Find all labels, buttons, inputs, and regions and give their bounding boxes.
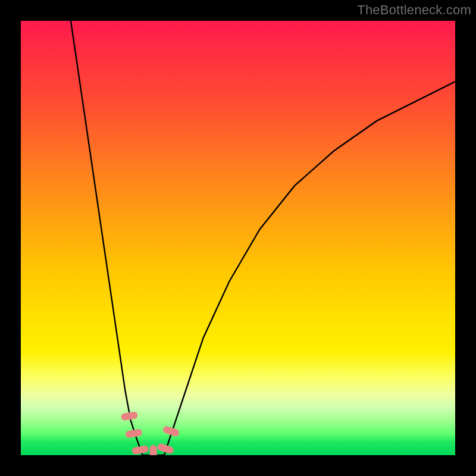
chart-marker [121, 411, 139, 421]
chart-frame: TheBottleneck.com [0, 0, 476, 476]
chart-marker [125, 428, 143, 439]
chart-marker [131, 445, 149, 455]
chart-marker [150, 445, 157, 455]
chart-markers [121, 411, 180, 455]
curve-right-branch [164, 82, 455, 455]
chart-plot-area [21, 21, 455, 455]
chart-svg [21, 21, 455, 455]
watermark-text: TheBottleneck.com [357, 2, 471, 18]
curve-left-branch [71, 21, 142, 455]
